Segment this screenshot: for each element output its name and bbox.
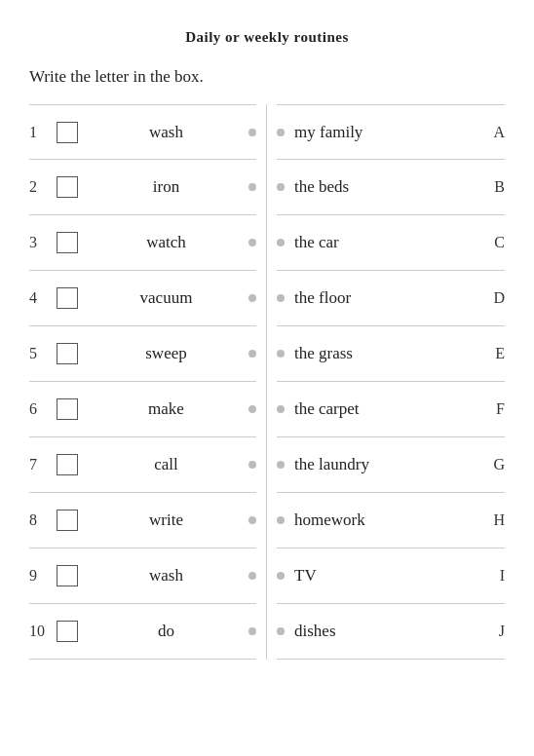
bullet-dot — [248, 183, 256, 191]
left-row: 3watch — [29, 215, 256, 271]
bullet-dot — [248, 239, 256, 246]
left-row: 4vacuum — [29, 271, 256, 326]
right-row: dishesJ — [277, 604, 505, 660]
bullet-dot — [248, 129, 256, 136]
matching-phrase: homework — [294, 510, 485, 530]
verb-label: iron — [88, 177, 245, 197]
matching-phrase: the floor — [294, 288, 485, 308]
bullet-dot — [277, 516, 285, 524]
left-row: 7call — [29, 437, 256, 493]
answer-box[interactable] — [57, 232, 78, 253]
bullet-dot — [248, 350, 256, 358]
left-row: 8write — [29, 493, 256, 548]
verb-label: wash — [88, 123, 245, 142]
instruction-text: Write the letter in the box. — [29, 67, 505, 87]
left-row: 2iron — [29, 160, 256, 215]
row-number: 3 — [29, 234, 57, 251]
answer-letter: E — [485, 345, 505, 362]
verb-label: sweep — [88, 344, 245, 363]
answer-letter: H — [485, 511, 505, 529]
answer-box[interactable] — [57, 287, 78, 309]
right-row: TVI — [277, 548, 505, 604]
row-number: 5 — [29, 345, 57, 362]
exercise-container: 1wash2iron3watch4vacuum5sweep6make7call8… — [29, 104, 505, 660]
answer-box[interactable] — [57, 398, 78, 420]
answer-box[interactable] — [57, 510, 78, 531]
right-row: the carC — [277, 215, 505, 271]
verb-label: write — [88, 510, 245, 530]
matching-phrase: dishes — [294, 622, 485, 641]
answer-letter: D — [485, 289, 505, 307]
verb-label: wash — [88, 566, 245, 586]
answer-box[interactable] — [57, 565, 78, 586]
bullet-dot — [277, 627, 285, 635]
verb-label: call — [88, 455, 245, 474]
left-row: 6make — [29, 382, 256, 437]
bullet-dot — [248, 461, 256, 469]
right-row: the carpetF — [277, 382, 505, 437]
row-number: 10 — [29, 623, 57, 640]
bullet-dot — [277, 294, 285, 302]
answer-box[interactable] — [57, 343, 78, 364]
right-row: the bedsB — [277, 160, 505, 215]
bullet-dot — [277, 572, 285, 580]
left-row: 9wash — [29, 548, 256, 604]
answer-box[interactable] — [57, 122, 78, 143]
row-number: 7 — [29, 456, 57, 473]
right-row: my familyA — [277, 104, 505, 160]
matching-phrase: the grass — [294, 344, 485, 363]
matching-phrase: the car — [294, 233, 485, 252]
verb-label: vacuum — [88, 288, 245, 308]
answer-letter: C — [485, 234, 505, 251]
right-row: the laundryG — [277, 437, 505, 493]
matching-phrase: TV — [294, 566, 485, 586]
answer-letter: I — [485, 567, 505, 585]
verb-label: watch — [88, 233, 245, 252]
bullet-dot — [277, 239, 285, 246]
bullet-dot — [248, 516, 256, 524]
answer-letter: B — [485, 178, 505, 196]
answer-letter: A — [485, 124, 505, 141]
verb-label: do — [88, 622, 245, 641]
row-number: 4 — [29, 289, 57, 307]
answer-letter: G — [485, 456, 505, 473]
left-column: 1wash2iron3watch4vacuum5sweep6make7call8… — [29, 104, 267, 660]
row-number: 1 — [29, 124, 57, 141]
left-row: 10do — [29, 604, 256, 660]
answer-box[interactable] — [57, 454, 78, 475]
left-row: 5sweep — [29, 326, 256, 382]
bullet-dot — [277, 350, 285, 358]
verb-label: make — [88, 399, 245, 419]
row-number: 8 — [29, 511, 57, 529]
matching-phrase: the beds — [294, 177, 485, 197]
bullet-dot — [277, 129, 285, 136]
right-row: the floorD — [277, 271, 505, 326]
bullet-dot — [277, 183, 285, 191]
matching-phrase: my family — [294, 123, 485, 142]
answer-box[interactable] — [57, 621, 78, 642]
right-column: my familyAthe bedsBthe carCthe floorDthe… — [267, 104, 505, 660]
bullet-dot — [248, 405, 256, 413]
matching-phrase: the laundry — [294, 455, 485, 474]
page-title: Daily or weekly routines — [29, 29, 505, 46]
bullet-dot — [248, 572, 256, 580]
row-number: 6 — [29, 400, 57, 418]
bullet-dot — [248, 294, 256, 302]
bullet-dot — [277, 461, 285, 469]
answer-box[interactable] — [57, 176, 78, 198]
right-row: the grassE — [277, 326, 505, 382]
answer-letter: F — [485, 400, 505, 418]
right-row: homeworkH — [277, 493, 505, 548]
row-number: 9 — [29, 567, 57, 585]
bullet-dot — [277, 405, 285, 413]
bullet-dot — [248, 627, 256, 635]
matching-phrase: the carpet — [294, 399, 485, 419]
left-row: 1wash — [29, 104, 256, 160]
answer-letter: J — [485, 623, 505, 640]
row-number: 2 — [29, 178, 57, 196]
